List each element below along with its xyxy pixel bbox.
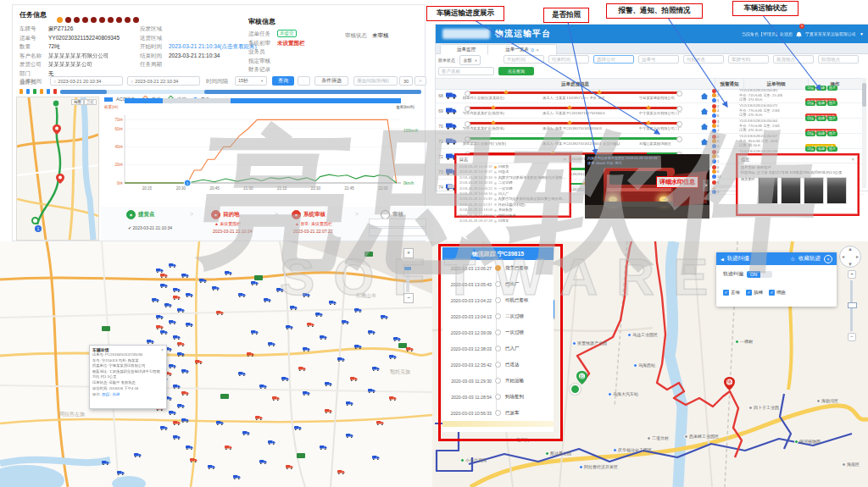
timeline-entry[interactable]: 2020-03-03 10:56:33已派车 bbox=[442, 405, 554, 421]
vehicle-marker-blue[interactable] bbox=[212, 279, 220, 285]
waybill-row-69[interactable]: 69鄂托克旗某某矿业(装货地)承运人: 马某某 PC20180716175265… bbox=[436, 103, 864, 119]
vehicle-marker-blue[interactable] bbox=[181, 266, 189, 272]
op-button-照片[interactable]: 照片 bbox=[827, 147, 837, 152]
tab-waybill-list[interactable]: 运单一览表⊙× bbox=[487, 44, 557, 55]
timeline-ribbon[interactable] bbox=[60, 90, 421, 94]
truck-photo[interactable]: 内蒙古鄂尔多斯市东胜区 2018-05-28 16:32:33 速度: 0km/… bbox=[585, 154, 709, 219]
vehicle-marker-blue[interactable] bbox=[393, 329, 401, 335]
alarm-line[interactable]: 3 bbox=[712, 189, 739, 194]
vehicle-marker-blue[interactable] bbox=[181, 411, 189, 417]
poi-label[interactable]: 二道坎村 bbox=[647, 435, 669, 440]
toggle-off-side[interactable] bbox=[760, 271, 772, 278]
task-badge-7[interactable] bbox=[108, 17, 114, 23]
vehicle-marker-blue[interactable] bbox=[389, 347, 397, 353]
waybill-row-71[interactable]: 71蒙西某某工业园3号门(装货)承运人: 张某 PC20180716161234… bbox=[436, 134, 864, 149]
vehicle-marker-blue[interactable] bbox=[177, 396, 185, 402]
vehicle-marker-blue[interactable] bbox=[156, 307, 164, 313]
home-icon[interactable] bbox=[700, 88, 712, 103]
vehicle-marker-red[interactable] bbox=[255, 408, 263, 414]
filter-input-6[interactable]: 装货地点 bbox=[773, 55, 814, 64]
vehicle-marker-red[interactable] bbox=[406, 340, 414, 346]
audit-input-2[interactable] bbox=[369, 228, 426, 236]
task-badge-2[interactable] bbox=[65, 17, 71, 23]
waybill-row-68[interactable]: 68棋盘井工业园区(某某煤业)承运人: 王某某 152095712×× 单价 支… bbox=[436, 88, 864, 103]
vehicle-marker-blue[interactable] bbox=[303, 384, 310, 390]
pan-right-icon[interactable]: ▸ bbox=[856, 253, 859, 259]
vehicle-marker-red[interactable] bbox=[177, 335, 185, 340]
vehicle-marker-red[interactable] bbox=[181, 384, 189, 390]
task-badge-6[interactable] bbox=[99, 17, 105, 23]
op-button-轨迹[interactable]: 轨迹 bbox=[816, 86, 826, 91]
photo-thumbnail-2[interactable] bbox=[781, 177, 801, 204]
poi-label[interactable]: 西来峰工业园区 bbox=[684, 434, 719, 439]
filter-status-dropdown[interactable]: 跟单状态: 全部▼ bbox=[438, 55, 481, 65]
poi-label[interactable]: 海勃湾区 bbox=[816, 398, 838, 403]
poi-label[interactable]: 乌海西站 bbox=[633, 362, 655, 368]
scrollbar-thumb[interactable] bbox=[862, 83, 866, 107]
correction-toggle[interactable]: ON bbox=[747, 271, 772, 278]
vehicle-marker-blue[interactable] bbox=[320, 328, 327, 334]
play-search-button[interactable]: ⌕ bbox=[415, 76, 426, 86]
next-photo-arrow[interactable]: > bbox=[703, 180, 709, 191]
timeline-entry[interactable]: 2020-03-03 13:06:27货主已签收 bbox=[442, 260, 554, 276]
vehicle-marker-blue[interactable] bbox=[372, 359, 380, 365]
chevron-down-icon[interactable]: ▼ bbox=[860, 31, 864, 36]
timeline-entry[interactable]: 2020-03-03 12:39:09一次过磅 bbox=[442, 324, 554, 340]
vehicle-marker-blue[interactable] bbox=[315, 305, 323, 311]
vehicle-marker-red[interactable] bbox=[286, 457, 293, 463]
vehicle-marker-blue[interactable] bbox=[354, 337, 362, 343]
time-from-input[interactable]: ○2023-03-21 20:10:34 bbox=[50, 76, 123, 86]
zoom-out-button[interactable]: − bbox=[403, 293, 414, 303]
vehicle-marker-blue[interactable] bbox=[169, 357, 176, 362]
zoom-thumb[interactable] bbox=[848, 302, 857, 308]
vehicle-marker-blue[interactable] bbox=[329, 293, 337, 299]
vehicle-marker-blue[interactable] bbox=[251, 323, 259, 329]
vehicle-marker-red[interactable] bbox=[247, 345, 254, 351]
poi-label[interactable]: 小佳什克沟 bbox=[460, 457, 487, 462]
task-badge-8[interactable] bbox=[116, 17, 122, 23]
vehicle-marker-blue[interactable] bbox=[233, 468, 241, 473]
vehicle-marker-red[interactable] bbox=[195, 352, 203, 358]
photo-thumbnail-1[interactable] bbox=[758, 177, 778, 204]
zoom-in-button[interactable]: + bbox=[848, 270, 856, 279]
query-button[interactable]: 查询 bbox=[272, 76, 294, 86]
tab-waybill-monitor[interactable]: 运单监控 bbox=[440, 44, 492, 54]
vehicle-marker-red[interactable] bbox=[389, 389, 397, 395]
vehicle-marker-blue[interactable] bbox=[251, 274, 259, 279]
task-badge-5[interactable] bbox=[91, 17, 97, 23]
vehicle-marker-blue[interactable] bbox=[177, 301, 185, 307]
vehicle-marker-red[interactable] bbox=[325, 401, 332, 407]
vehicle-marker-blue[interactable] bbox=[337, 350, 345, 356]
alarm-line[interactable]: 1 bbox=[712, 97, 739, 102]
vertical-scrollbar[interactable] bbox=[862, 78, 866, 188]
task-badge-3[interactable] bbox=[74, 17, 80, 23]
filter-input-2[interactable]: 选择公司 bbox=[593, 55, 634, 64]
timeline-entry[interactable]: 2020-03-03 13:04:13二次过磅 bbox=[442, 308, 554, 324]
play-interval-input[interactable]: 播放间隔(秒/帧) bbox=[353, 76, 398, 86]
task-badge-4[interactable] bbox=[82, 17, 88, 23]
vehicle-marker-blue[interactable] bbox=[259, 452, 267, 458]
poi-label[interactable]: 阿拉善经济开发区 bbox=[579, 464, 618, 469]
task-badge-9[interactable] bbox=[125, 17, 131, 23]
poi-label[interactable]: 庆华福佳化工园区 bbox=[613, 447, 652, 452]
close-icon[interactable]: × bbox=[536, 47, 538, 53]
favorite-track-button[interactable]: 收藏轨迹 bbox=[798, 255, 821, 263]
vehicle-marker-blue[interactable] bbox=[238, 364, 246, 370]
vehicle-marker-blue[interactable] bbox=[147, 332, 154, 338]
vehicle-marker-blue[interactable] bbox=[259, 377, 267, 383]
alarm-line[interactable]: 1 bbox=[712, 158, 739, 163]
zoom-thumb[interactable] bbox=[404, 267, 411, 270]
zoom-in-button[interactable]: + bbox=[403, 248, 414, 258]
vehicle-marker-blue[interactable] bbox=[181, 362, 189, 368]
map-type-satellite[interactable]: 卫星 bbox=[84, 99, 97, 105]
vehicle-marker-red[interactable] bbox=[216, 303, 224, 309]
vehicle-marker-blue[interactable] bbox=[342, 313, 349, 318]
filter-search-button[interactable]: 点击查询 bbox=[498, 67, 534, 75]
vehicle-marker-blue[interactable] bbox=[238, 285, 246, 291]
filter-input-0[interactable]: 开始时间 bbox=[504, 55, 544, 64]
vehicle-marker-blue[interactable] bbox=[169, 403, 176, 409]
close-icon[interactable]: × bbox=[851, 157, 854, 162]
interval-select[interactable]: 15秒▼ bbox=[235, 76, 267, 86]
customer-filter-input[interactable]: 客户名称 bbox=[438, 67, 494, 75]
pan-up-icon[interactable]: ▲ bbox=[848, 246, 853, 252]
